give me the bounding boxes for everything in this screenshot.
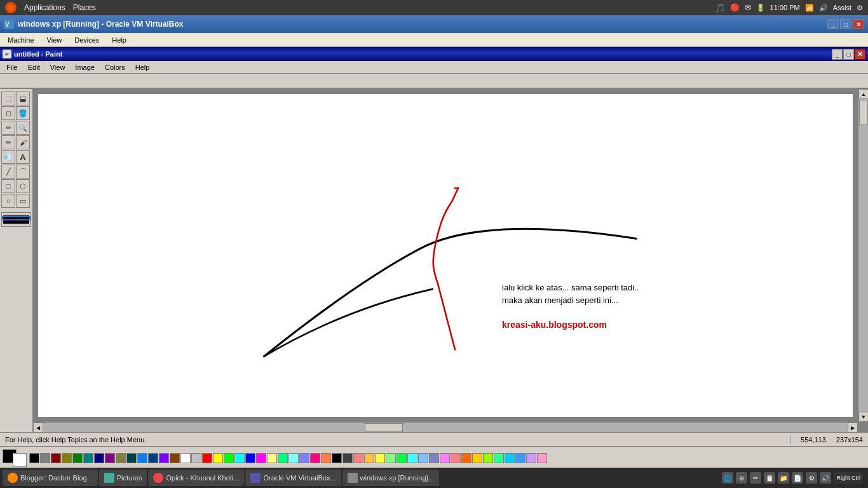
color-swatch[interactable] <box>29 453 39 463</box>
scroll-thumb-h[interactable] <box>365 423 403 432</box>
vbox-menu-view[interactable]: View <box>42 35 67 45</box>
color-swatch[interactable] <box>364 453 374 463</box>
color-swatch[interactable] <box>310 453 320 463</box>
color-swatch[interactable] <box>256 453 266 463</box>
settings-icon[interactable]: ⚙ <box>857 4 863 12</box>
text-tool[interactable]: A <box>16 150 30 164</box>
paint-menu-colors[interactable]: Colors <box>100 63 130 72</box>
select-free-tool[interactable]: ⬓ <box>16 92 30 105</box>
scroll-thumb-v[interactable] <box>859 100 868 125</box>
line-style-thick[interactable] <box>3 220 29 224</box>
color-swatch[interactable] <box>451 453 461 463</box>
ubuntu-task-vbox[interactable]: Oracle VM VirtualBox... <box>245 470 341 486</box>
paint-close-button[interactable]: ✕ <box>855 49 865 60</box>
paint-menu-edit[interactable]: Edit <box>23 63 45 72</box>
eraser-tool[interactable]: ◻ <box>1 106 15 120</box>
brush-tool[interactable]: 🖌 <box>16 135 30 149</box>
color-swatch[interactable] <box>418 453 428 463</box>
line-style-medium[interactable] <box>3 217 29 219</box>
vbox-menu-help[interactable]: Help <box>107 35 132 45</box>
color-swatch[interactable] <box>72 453 83 463</box>
select-rect-tool[interactable]: ⬚ <box>1 92 15 105</box>
color-swatch[interactable] <box>288 453 299 463</box>
background-color[interactable] <box>13 453 27 467</box>
color-swatch[interactable] <box>245 453 255 463</box>
pencil-tool[interactable]: ✏ <box>1 135 15 149</box>
color-swatch[interactable] <box>159 453 169 463</box>
scroll-up-button[interactable]: ▲ <box>858 89 868 99</box>
color-swatch[interactable] <box>213 453 223 463</box>
color-swatch[interactable] <box>461 453 471 463</box>
color-swatch[interactable] <box>224 453 234 463</box>
color-swatch[interactable] <box>83 453 93 463</box>
color-swatch[interactable] <box>191 453 201 463</box>
color-swatch[interactable] <box>505 453 515 463</box>
color-swatch[interactable] <box>94 453 104 463</box>
color-swatch[interactable] <box>105 453 115 463</box>
applications-menu[interactable]: Applications <box>24 3 65 12</box>
color-swatch[interactable] <box>299 453 309 463</box>
scroll-right-button[interactable]: ▶ <box>848 423 858 432</box>
color-swatch[interactable] <box>202 453 212 463</box>
ubuntu-task-pictures[interactable]: Pictures <box>99 470 147 486</box>
curve-tool[interactable]: ⌒ <box>16 165 30 179</box>
color-swatch[interactable] <box>386 453 396 463</box>
color-swatch[interactable] <box>148 453 158 463</box>
color-swatch[interactable] <box>180 453 191 463</box>
color-swatch[interactable] <box>170 453 180 463</box>
color-swatch[interactable] <box>440 453 450 463</box>
paint-menu-image[interactable]: Image <box>70 63 100 72</box>
vbox-maximize-button[interactable]: □ <box>840 19 851 29</box>
color-swatch[interactable] <box>40 453 50 463</box>
color-swatch[interactable] <box>429 453 439 463</box>
paint-menu-view[interactable]: View <box>45 63 71 72</box>
color-swatch[interactable] <box>234 453 245 463</box>
line-tool[interactable]: ╱ <box>1 165 15 179</box>
scroll-track-v[interactable] <box>858 99 868 412</box>
color-swatch[interactable] <box>353 453 363 463</box>
fill-tool[interactable]: 🪣 <box>16 106 30 120</box>
color-swatch[interactable] <box>321 453 331 463</box>
color-swatch[interactable] <box>375 453 385 463</box>
rounded-rect-tool[interactable]: ▭ <box>16 194 30 208</box>
color-swatch[interactable] <box>537 453 547 463</box>
vbox-close-button[interactable]: ✕ <box>853 19 864 29</box>
zoom-tool[interactable]: 🔍 <box>16 121 30 135</box>
color-swatch[interactable] <box>278 453 288 463</box>
ubuntu-task-blogger[interactable]: Blogger: Dasbor Blog... <box>3 470 98 486</box>
ellipse-tool[interactable]: ○ <box>1 194 15 208</box>
assist-label[interactable]: Assist <box>833 4 851 11</box>
color-swatch[interactable] <box>267 453 277 463</box>
eyedropper-tool[interactable]: ✏ <box>1 121 15 135</box>
scroll-down-button[interactable]: ▼ <box>858 412 868 422</box>
color-swatch[interactable] <box>137 453 147 463</box>
vbox-minimize-button[interactable]: _ <box>827 19 839 29</box>
places-menu[interactable]: Places <box>73 3 96 12</box>
color-swatch[interactable] <box>472 453 482 463</box>
color-swatch[interactable] <box>342 453 353 463</box>
paint-canvas[interactable]: lalu klick ke atas... sama seperti tadi.… <box>38 94 853 417</box>
color-swatch[interactable] <box>515 453 526 463</box>
color-swatch[interactable] <box>116 453 126 463</box>
vbox-menu-devices[interactable]: Devices <box>69 35 104 45</box>
ubuntu-task-opick[interactable]: Opick - Khusnul Khoti... <box>148 470 244 486</box>
scroll-left-button[interactable]: ◀ <box>33 423 43 432</box>
vbox-menu-machine[interactable]: Machine <box>3 35 39 45</box>
paint-maximize-button[interactable]: □ <box>843 49 854 60</box>
paint-minimize-button[interactable]: _ <box>832 49 843 60</box>
horizontal-scrollbar[interactable]: ◀ ▶ <box>33 422 858 432</box>
color-swatch[interactable] <box>483 453 493 463</box>
color-swatch[interactable] <box>526 453 536 463</box>
poly-tool[interactable]: ⬡ <box>16 179 30 193</box>
rect-tool[interactable]: □ <box>1 179 15 193</box>
color-swatch[interactable] <box>332 453 342 463</box>
line-style-thin[interactable] <box>3 215 29 216</box>
vertical-scrollbar[interactable]: ▲ ▼ <box>858 89 868 422</box>
paint-menu-file[interactable]: File <box>1 63 23 72</box>
color-swatch[interactable] <box>397 453 407 463</box>
color-swatch[interactable] <box>126 453 137 463</box>
paint-canvas-area[interactable]: ▲ ▼ ◀ ▶ <box>33 89 868 432</box>
color-swatch[interactable] <box>407 453 417 463</box>
color-swatch[interactable] <box>494 453 504 463</box>
scroll-track-h[interactable] <box>43 423 848 432</box>
